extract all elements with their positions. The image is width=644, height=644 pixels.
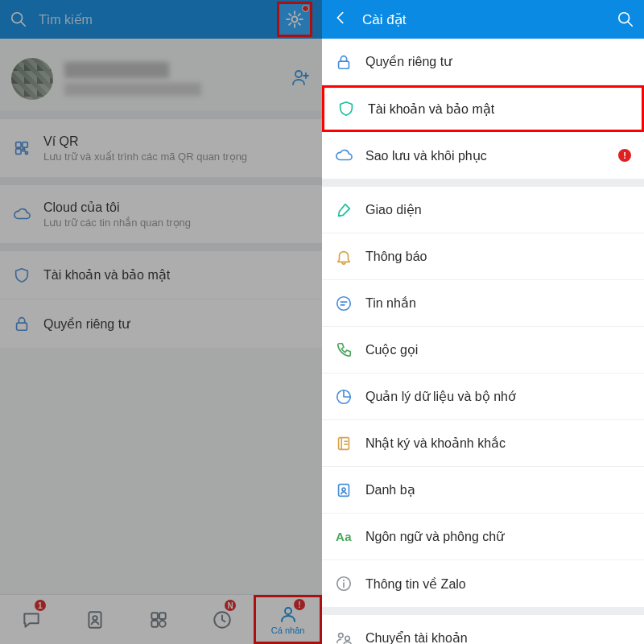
- row-subtitle: Lưu trữ và xuất trình các mã QR quan trọ…: [43, 151, 309, 163]
- row-title: Sao lưu và khôi phục: [365, 148, 602, 163]
- profile-header[interactable]: [0, 39, 322, 111]
- settings-row-aa[interactable]: AaNgôn ngữ và phông chữ: [322, 514, 644, 560]
- row-title: Danh bạ: [365, 482, 602, 497]
- account-security-row[interactable]: Tài khoản và bảo mật: [0, 251, 322, 299]
- settings-row-pie[interactable]: Quản lý dữ liệu và bộ nhớ: [322, 374, 644, 420]
- cloud-icon: [13, 205, 31, 223]
- bell-icon: [335, 248, 353, 266]
- switch-icon: [335, 630, 353, 645]
- row-title: Thông báo: [365, 250, 602, 264]
- search-input[interactable]: Tìm kiếm: [39, 12, 277, 27]
- settings-list: Quyền riêng tưTài khoản và bảo mậtSao lư…: [322, 39, 644, 644]
- row-title: Giao diện: [365, 202, 602, 217]
- profile-name: [64, 62, 169, 78]
- settings-row-lock[interactable]: Quyền riêng tư: [322, 39, 644, 85]
- nav-badge: N: [225, 600, 236, 611]
- nav-label: Cá nhân: [271, 625, 305, 635]
- search-icon[interactable]: [10, 10, 27, 28]
- settings-row-info[interactable]: Thông tin về Zalo: [322, 560, 644, 607]
- search-icon[interactable]: [617, 10, 634, 28]
- bottom-nav: 1 N Cá nhân !: [0, 594, 322, 644]
- nav-messages[interactable]: 1: [0, 595, 64, 644]
- nav-timeline[interactable]: N: [190, 595, 254, 644]
- row-title: Quyền riêng tư: [43, 316, 309, 332]
- brush-icon: [335, 201, 353, 219]
- back-button[interactable]: [332, 9, 349, 30]
- settings-alert-dot: [302, 5, 309, 12]
- row-title: Quản lý dữ liệu và bộ nhớ: [365, 389, 602, 404]
- row-title: Cloud của tôi: [43, 200, 309, 215]
- nav-badge: 1: [35, 600, 46, 611]
- row-title: Tài khoản và bảo mật: [368, 101, 600, 117]
- book-icon: [335, 481, 353, 499]
- settings-row-phone[interactable]: Cuộc gọi: [322, 327, 644, 374]
- lock-icon: [13, 315, 31, 332]
- settings-row-brush[interactable]: Giao diện: [322, 187, 644, 233]
- settings-row-msg[interactable]: Tin nhắn: [322, 280, 644, 327]
- shield-icon: [13, 266, 31, 284]
- privacy-row[interactable]: Quyền riêng tư: [0, 299, 322, 348]
- cloud-icon: [335, 147, 353, 164]
- msg-icon: [335, 295, 353, 312]
- page-title: Cài đặt: [362, 11, 617, 28]
- settings-row-shield[interactable]: Tài khoản và bảo mật: [322, 85, 644, 132]
- row-title: Thông tin về Zalo: [365, 576, 602, 592]
- row-title: Tin nhắn: [365, 295, 602, 311]
- settings-row-bell[interactable]: Thông báo: [322, 233, 644, 280]
- nav-contacts[interactable]: [64, 595, 127, 644]
- left-topbar: Tìm kiếm: [0, 0, 322, 39]
- row-title: Tài khoản và bảo mật: [43, 267, 309, 283]
- info-icon: [335, 575, 353, 592]
- settings-row-cloud[interactable]: Sao lưu và khôi phục!: [322, 132, 644, 179]
- right-topbar: Cài đặt: [322, 0, 644, 39]
- settings-row-switch[interactable]: Chuyển tài khoản: [322, 615, 644, 644]
- my-cloud-row[interactable]: Cloud của tôi Lưu trữ các tin nhắn quan …: [0, 185, 322, 243]
- nav-alert-dot: !: [294, 599, 305, 610]
- shield-icon: [337, 100, 355, 118]
- row-title: Cuộc gọi: [365, 342, 602, 357]
- row-title: Ngôn ngữ và phông chữ: [365, 529, 602, 544]
- row-title: Quyền riêng tư: [365, 54, 602, 69]
- settings-row-diary[interactable]: Nhật ký và khoảnh khắc: [322, 420, 644, 467]
- avatar: [11, 58, 53, 100]
- nav-discover[interactable]: [127, 595, 191, 644]
- qr-wallet-row[interactable]: Ví QR Lưu trữ và xuất trình các mã QR qu…: [0, 119, 322, 177]
- profile-subtitle: [64, 83, 201, 96]
- nav-personal[interactable]: Cá nhân !: [254, 595, 322, 644]
- settings-button[interactable]: [277, 2, 312, 37]
- row-subtitle: Lưu trữ các tin nhắn quan trọng: [43, 217, 309, 229]
- add-friend-icon[interactable]: [291, 68, 311, 90]
- row-title: Chuyển tài khoản: [365, 630, 602, 644]
- lock-icon: [335, 53, 353, 71]
- row-title: Ví QR: [43, 134, 309, 149]
- alert-badge: !: [618, 149, 631, 162]
- diary-icon: [335, 435, 353, 452]
- settings-screen: Cài đặt Quyền riêng tưTài khoản và bảo m…: [322, 0, 644, 644]
- pie-icon: [335, 388, 353, 406]
- row-title: Nhật ký và khoảnh khắc: [365, 436, 602, 451]
- aa-icon: Aa: [335, 528, 353, 546]
- settings-row-book[interactable]: Danh bạ: [322, 467, 644, 514]
- qr-icon: [13, 139, 31, 157]
- phone-icon: [335, 341, 353, 359]
- personal-screen: Tìm kiếm Ví QR Lưu trữ và xuất trì: [0, 0, 322, 644]
